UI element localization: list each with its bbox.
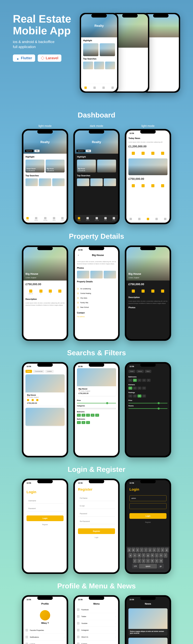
key-go[interactable]: go [158, 564, 164, 568]
nav-home[interactable]: Home [77, 217, 81, 221]
menu-item-notifications[interactable]: Notifications› [25, 634, 65, 640]
menu-item[interactable]: About Us› [77, 634, 116, 640]
password-field[interactable] [26, 506, 64, 511]
menu-item-logout[interactable]: Logout› [25, 640, 65, 644]
rooms-slider[interactable] [128, 408, 168, 409]
key-v[interactable]: v [146, 558, 150, 563]
search-result-card[interactable] [25, 408, 65, 426]
nav-favorite[interactable]: Favorite [95, 217, 99, 221]
key-o[interactable]: o [161, 548, 164, 552]
key-s[interactable]: s [133, 553, 137, 558]
key-t[interactable]: t [144, 548, 148, 552]
search-tab[interactable]: London [45, 370, 54, 373]
top-searches-heading: Top Searches [25, 174, 65, 177]
profile-phone: 10:56 Profile Mikey T Favorite Propertie… [22, 595, 68, 644]
category-select[interactable] [77, 408, 116, 409]
price-slider[interactable] [77, 403, 116, 404]
menu-item-favorite[interactable]: Favorite Properties› [25, 627, 65, 634]
bed-stat: 5 [39, 290, 42, 294]
key-a[interactable]: a [129, 553, 132, 558]
news-card[interactable]: Sed do eiusmod tempor incididunt ut labo… [128, 638, 168, 644]
back-button[interactable]: ‹ [77, 253, 80, 258]
nav-search[interactable]: Search [86, 217, 90, 221]
search-result-card[interactable]: Big House 📍 London, England £750,000.00 [77, 368, 116, 396]
key-i[interactable]: i [157, 548, 160, 552]
key-n[interactable]: n [155, 558, 159, 563]
price-slider[interactable] [128, 403, 168, 404]
key-d[interactable]: d [137, 553, 141, 558]
key-w[interactable]: w [132, 548, 135, 552]
thumb[interactable] [25, 178, 38, 186]
mode-label-light: light mode [38, 124, 52, 128]
fullname-field[interactable] [78, 495, 115, 501]
news-card[interactable]: Dolore magna aliqua ut enim ad minim ven… [128, 608, 168, 636]
register-button[interactable]: Register [78, 528, 115, 534]
key-h[interactable]: h [150, 553, 154, 558]
search-tab[interactable]: Rent [25, 370, 32, 373]
hero-section: Real EstateMobile App ios & android & ba… [5, 8, 188, 103]
key-x[interactable]: x [137, 558, 141, 563]
register-link[interactable]: Register [26, 524, 64, 526]
password-field[interactable] [129, 503, 167, 509]
thumb[interactable] [39, 178, 51, 186]
flutter-icon [16, 56, 19, 60]
key-e[interactable]: e [136, 548, 139, 552]
email-field[interactable] [78, 503, 115, 509]
property-card[interactable] [97, 160, 116, 172]
nav-favorite[interactable]: Favorite [43, 217, 47, 221]
filter-chip[interactable]: Villa [34, 150, 39, 152]
login-link[interactable]: Login [78, 536, 115, 538]
dashboard-phone-light: Realty ApartmentVilla Highlight Dream Ho… [22, 129, 68, 224]
avatar[interactable] [40, 610, 50, 620]
price-filter-label: Price [77, 400, 116, 401]
login-button[interactable]: Login [26, 516, 64, 521]
heart-icon [44, 217, 46, 219]
key-b[interactable]: b [150, 558, 154, 563]
search-result-card[interactable]: Big House 📍 London, England £750,000.00 [25, 374, 65, 406]
key-u[interactable]: u [152, 548, 156, 552]
key-j[interactable]: j [155, 553, 159, 558]
property-card[interactable]: Big House£750,000.00 [77, 160, 96, 172]
menu-item[interactable]: Twitter› [77, 613, 116, 620]
key-r[interactable]: r [140, 548, 144, 552]
keyboard[interactable]: qwertyuiop asdfghjkl zxcvbnm 123spacego [126, 547, 170, 572]
password-field[interactable] [78, 511, 115, 516]
username-field[interactable] [129, 495, 167, 501]
nav-news[interactable]: News [53, 217, 56, 221]
filter-number[interactable]: 1 [77, 414, 81, 417]
key-y[interactable]: y [148, 548, 152, 552]
filter-chip[interactable]: Apartment [25, 150, 33, 152]
key-space[interactable]: space [139, 564, 157, 568]
key-p[interactable]: p [165, 548, 169, 552]
thumb[interactable] [52, 178, 65, 186]
key-z[interactable]: z [133, 558, 137, 563]
menu-item[interactable]: Facebook› [77, 606, 116, 613]
dashboard-title: Dashboard [5, 111, 188, 119]
details-heading: Property Details [77, 280, 116, 283]
register-phone: 10:56 Register Register Login [73, 478, 120, 574]
key-f[interactable]: f [142, 553, 146, 558]
area-icon [29, 290, 32, 293]
key-q[interactable]: q [127, 548, 131, 552]
key-c[interactable]: c [142, 558, 146, 563]
menu-item[interactable]: Youtube› [77, 620, 116, 627]
key-g[interactable]: g [146, 553, 150, 558]
search-icon [35, 217, 37, 219]
login-button[interactable]: Login [129, 513, 167, 519]
key-k[interactable]: k [159, 553, 163, 558]
property-card[interactable]: Big House£750,000.00 [46, 160, 65, 172]
nav-search[interactable]: Search [34, 217, 38, 221]
menu-item[interactable]: Instagram› [77, 627, 116, 634]
nav-profile[interactable]: Profile [112, 217, 116, 221]
key-l[interactable]: l [164, 553, 167, 558]
username-field[interactable] [26, 498, 64, 504]
nav-profile[interactable]: Profile [61, 217, 64, 221]
repassword-field[interactable] [78, 518, 115, 524]
nav-news[interactable]: News [104, 217, 107, 221]
menu-item[interactable]: Contact› [77, 640, 116, 644]
key-123[interactable]: 123 [132, 564, 138, 568]
search-tab[interactable]: Commercial [33, 370, 44, 373]
nav-home[interactable]: Home [26, 217, 29, 221]
property-card[interactable]: Dream House£1,200,000.00 [25, 160, 44, 172]
key-m[interactable]: m [159, 558, 163, 563]
